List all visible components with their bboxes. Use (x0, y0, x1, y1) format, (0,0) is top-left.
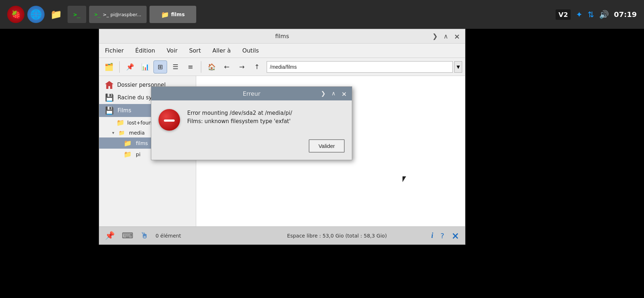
address-dropdown-button[interactable]: ▼ (454, 61, 462, 73)
network-icon[interactable]: ⇅ (588, 10, 594, 19)
error-dialog: Erreur ❯ ∧ × Error mounting /dev/sda2 at… (151, 86, 352, 160)
window-controls: ❯ ∧ × (431, 31, 461, 41)
films-folder-icon: 📁 (161, 11, 169, 18)
system-tray: V2 ✦ ⇅ 🔊 07:19 (556, 9, 637, 20)
home-nav-button[interactable]: 🏠 (205, 60, 218, 73)
terminal2-label: >_ pi@raspber... (103, 12, 142, 17)
error-maximize-button[interactable]: ∧ (330, 89, 337, 98)
statusbar-right-icons: i ? × (431, 230, 459, 241)
address-bar[interactable] (267, 61, 453, 73)
view-list-button[interactable]: ☰ (169, 60, 182, 73)
films-sub-folder-icon: 📁 (124, 139, 132, 147)
terminal2-button[interactable]: >_ >_ pi@raspber... (89, 6, 147, 23)
error-body: Error mounting /dev/sda2 at /media/pi/ F… (151, 100, 352, 136)
grid-icon: ⊞ (157, 63, 163, 71)
error-dialog-titlebar: Erreur ❯ ∧ × (151, 87, 352, 100)
details-icon: ≡ (188, 63, 193, 71)
window-titlebar: films ❯ ∧ × (99, 29, 465, 44)
sidebar-pi-label: pi (136, 152, 141, 157)
volume-icon[interactable]: 🔊 (599, 10, 609, 19)
info-icon[interactable]: i (431, 231, 433, 240)
pi-folder-icon: 📁 (124, 150, 132, 158)
films-folder-button[interactable]: 📁 films (150, 6, 196, 23)
vnc-label: V2 (558, 11, 568, 18)
menu-edition[interactable]: Édition (133, 46, 157, 55)
error-close-button[interactable]: × (340, 89, 348, 98)
menu-voir[interactable]: Voir (165, 46, 180, 55)
home-sidebar-icon (105, 81, 114, 89)
window-close-button[interactable]: × (452, 31, 461, 41)
chart-icon: 📊 (141, 63, 149, 71)
forward-icon: → (239, 63, 244, 71)
clock: 07:19 (614, 10, 637, 19)
folder-icon: 📁 (50, 9, 62, 20)
up-icon: ↑ (254, 63, 259, 71)
bookmark-icon: 📌 (126, 63, 134, 71)
expand-arrow-icon: ▾ (112, 130, 114, 135)
back-icon: ← (224, 63, 229, 71)
disk-icon: 💾 (105, 93, 114, 102)
menu-aller-a[interactable]: Aller à (210, 46, 233, 55)
view-icon-button[interactable]: 📊 (138, 60, 152, 73)
error-dialog-controls: ❯ ∧ × (319, 89, 348, 98)
valider-button[interactable]: Valider (309, 139, 345, 153)
media-folder-icon: 📁 (119, 130, 125, 136)
mouse-icon[interactable]: 🖱 (141, 231, 148, 240)
view-icons-button[interactable]: ⊞ (153, 60, 167, 73)
window-title: films (275, 33, 289, 40)
sidebar-media-label: media (129, 130, 145, 136)
terminal1-button[interactable]: >_ (68, 6, 86, 23)
toolbar-separator-1 (119, 61, 120, 73)
keyboard-icon[interactable]: ⌨ (122, 231, 133, 240)
menu-outils[interactable]: Outils (240, 46, 261, 55)
browser-button[interactable]: 🌐 (27, 6, 45, 23)
view-details-button[interactable]: ≡ (184, 60, 197, 73)
error-message: Error mounting /dev/sda2 at /media/pi/ F… (187, 109, 345, 125)
error-icon (158, 109, 180, 131)
error-minus-symbol (164, 119, 175, 122)
error-dialog-title: Erreur (243, 90, 260, 97)
rpi-icon: 🍓 (11, 10, 21, 19)
list-icon: ☰ (172, 63, 178, 71)
films-disk-icon: 💾 (105, 106, 114, 115)
window-maximize-button[interactable]: ∧ (442, 32, 450, 41)
statusbar-left-icons: 📌 ⌨ 🖱 (105, 231, 148, 240)
films-label: films (171, 12, 185, 17)
back-button[interactable]: ← (220, 60, 234, 73)
taskbar: 🍓 🌐 📁 >_ >_ >_ pi@raspber... 📁 films V2 … (0, 0, 644, 29)
valider-label: Valider (318, 143, 335, 149)
elements-count: 0 élément (156, 233, 243, 239)
file-manager-button[interactable]: 📁 (47, 6, 65, 23)
menubar: Fichier Édition Voir Sort Aller à Outils (99, 44, 465, 58)
window-minimize-button[interactable]: ❯ (431, 32, 439, 41)
help-icon[interactable]: ? (441, 231, 445, 240)
new-folder-button[interactable]: 🗂️ (102, 60, 116, 73)
menu-sort[interactable]: Sort (187, 46, 203, 55)
error-message-line2: Films: unknown filesystem type 'exfat' (187, 118, 291, 125)
pin-icon[interactable]: 📌 (105, 231, 115, 240)
lost-found-folder-icon: 📁 (116, 119, 124, 126)
address-bar-wrapper: ▼ (267, 61, 462, 73)
dropdown-arrow-icon: ▼ (456, 64, 460, 69)
sidebar-films-sub-label: films (136, 140, 148, 146)
menu-fichier[interactable]: Fichier (103, 46, 126, 55)
error-minimize-button[interactable]: ❯ (319, 89, 327, 98)
toolbar-separator-2 (201, 61, 201, 73)
vnc-button[interactable]: V2 (556, 9, 571, 20)
statusbar: 📌 ⌨ 🖱 0 élément Espace libre : 53,0 Gio … (99, 226, 465, 244)
forward-button[interactable]: → (235, 60, 249, 73)
error-message-line1: Error mounting /dev/sda2 at /media/pi/ (187, 110, 292, 116)
up-button[interactable]: ↑ (250, 60, 264, 73)
statusbar-close-button[interactable]: × (451, 230, 459, 241)
bookmark-button[interactable]: 📌 (123, 60, 137, 73)
terminal-icon: >_ (73, 11, 80, 18)
raspberry-pi-menu-button[interactable]: 🍓 (7, 6, 24, 23)
terminal2-icon: >_ (95, 12, 101, 17)
bluetooth-icon[interactable]: ✦ (576, 10, 582, 19)
new-folder-icon: 🗂️ (105, 63, 114, 71)
globe-icon: 🌐 (30, 9, 42, 20)
home-icon: 🏠 (208, 63, 216, 71)
sidebar-films-label: Films (118, 107, 131, 114)
free-space: Espace libre : 53,0 Gio (total : 58,3 Gi… (250, 233, 424, 239)
toolbar: 🗂️ 📌 📊 ⊞ ☰ ≡ 🏠 ← → ↑ (99, 58, 465, 76)
